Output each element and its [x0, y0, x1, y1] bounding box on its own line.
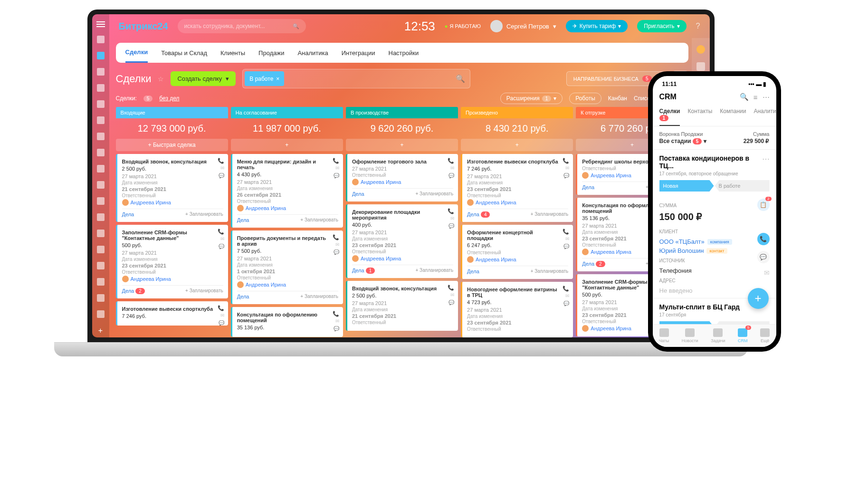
phone-tab[interactable]: Аналитика — [754, 104, 776, 126]
card-plan[interactable]: + Запланировать — [300, 217, 338, 223]
mail-icon[interactable]: ✉ — [565, 165, 569, 171]
card-plan[interactable]: + Запланировать — [531, 211, 569, 217]
sidebar-icon[interactable] — [97, 36, 105, 43]
card-dela[interactable]: Дела 1 — [352, 268, 375, 273]
phone-icon[interactable]: 📞 — [448, 208, 454, 214]
card-dela[interactable]: Дела — [582, 184, 594, 190]
chat-icon[interactable]: 💬 — [219, 244, 224, 249]
chat-icon[interactable]: 💬 — [334, 173, 339, 178]
phone-icon[interactable]: 📞 — [563, 158, 569, 164]
add-fab[interactable]: + — [748, 288, 769, 309]
card-plan[interactable]: + Запланировать — [185, 288, 223, 294]
card-plan[interactable]: + Запланировать — [416, 191, 454, 197]
card-person[interactable]: Андреева Ирина — [122, 199, 223, 206]
nav-tab-2[interactable]: Клиенты — [220, 44, 245, 62]
nav-tab-0[interactable]: Сделки — [125, 43, 148, 63]
column-header[interactable]: В производстве — [346, 107, 458, 118]
chat-icon[interactable]: 💬 — [219, 320, 224, 326]
nav-tab-5[interactable]: Интеграции — [342, 44, 375, 62]
card-dela[interactable]: Дела 4 — [467, 211, 490, 217]
mail-icon[interactable]: ✉ — [220, 236, 224, 241]
create-deal-button[interactable]: Создать сделку ▾ — [171, 71, 236, 86]
deal-card[interactable]: 📞 ✉ 💬 Консультация по оформлению помещен… — [231, 307, 343, 337]
card-person[interactable]: Андреева Ирина — [122, 276, 223, 282]
no-deals-link[interactable]: без дел — [159, 95, 179, 102]
chat-icon[interactable]: 💬 — [448, 300, 454, 305]
phone-nav-item[interactable]: Чаты — [659, 328, 669, 343]
extensions-button[interactable]: Расширения 1 ▾ — [500, 93, 563, 104]
sidebar-icon[interactable] — [97, 262, 105, 269]
mail-icon[interactable]: ✉ — [335, 242, 339, 247]
card-dela[interactable]: Дела — [352, 191, 364, 197]
quick-add-button[interactable]: + Быстрая сделка — [116, 139, 228, 151]
chat-icon[interactable]: 💬 — [448, 223, 454, 229]
phone-nav-item[interactable]: 5CRM — [738, 328, 748, 343]
sidebar-icon[interactable] — [97, 149, 105, 156]
mail-icon[interactable]: ✉ — [450, 216, 454, 221]
search-icon[interactable]: 🔍 — [453, 71, 468, 86]
sidebar-icon[interactable] — [97, 278, 105, 286]
card-person[interactable]: Андреева Ирина — [237, 205, 338, 211]
sidebar-icon[interactable] — [97, 165, 105, 173]
deal-card[interactable]: 📞 ✉ 💬 Изготовление вывески спортклуба7 2… — [461, 154, 573, 222]
phone-icon[interactable]: 📞 — [333, 311, 339, 317]
stage-work[interactable]: В работе — [715, 180, 770, 192]
sidebar-icon[interactable] — [97, 133, 105, 140]
phone-icon[interactable]: 📞 — [218, 305, 224, 311]
mail-icon[interactable]: ✉ — [335, 318, 339, 324]
mail-icon[interactable]: ✉ — [450, 292, 454, 297]
card-person[interactable]: Андреева Ирина — [467, 199, 568, 206]
sidebar-icon[interactable] — [97, 230, 105, 237]
more-icon[interactable]: ⋯ — [763, 93, 770, 101]
card-dela[interactable]: Дела — [237, 217, 249, 223]
robots-button[interactable]: Роботы — [569, 93, 601, 104]
phone-icon[interactable]: 📞 — [448, 285, 454, 291]
mail-icon[interactable]: ✉ — [220, 313, 224, 318]
column-header[interactable]: На согласование — [231, 107, 343, 118]
card-person[interactable]: Андреева Ирина — [352, 255, 453, 262]
deal-card[interactable]: 📞 ✉ 💬 Меню для пиццерии: дизайн и печать… — [231, 154, 343, 228]
deal-card[interactable]: 📞 ✉ 💬 Входящий звонок, консультация2 500… — [116, 154, 228, 222]
card-dela[interactable]: Дела — [467, 268, 479, 274]
card-plan[interactable]: + Запланировать — [416, 268, 454, 273]
user-menu[interactable]: Сергей Петров ▾ — [490, 20, 556, 32]
phone-icon[interactable]: 📞 — [448, 158, 454, 164]
phone-icon[interactable]: 📞 — [218, 158, 224, 164]
nav-tab-4[interactable]: Аналитика — [297, 44, 328, 62]
chat-icon[interactable]: 💬 — [334, 249, 339, 255]
close-icon[interactable]: × — [276, 76, 279, 82]
card-dela[interactable]: Дела 2 — [122, 288, 145, 294]
call-icon[interactable]: 📞 — [757, 233, 770, 245]
card-person[interactable]: Андреева Ирина — [237, 281, 338, 288]
phone-tab[interactable]: Компании — [720, 104, 746, 126]
deal-card[interactable]: 📞 ✉ 💬 Оформление концертной площадки6 24… — [461, 225, 573, 279]
sidebar-icon[interactable] — [97, 68, 105, 76]
search-icon[interactable] — [696, 62, 705, 71]
quick-add-button[interactable]: + — [231, 139, 343, 151]
plus-icon[interactable]: + — [97, 326, 105, 334]
sidebar-icon[interactable] — [97, 310, 105, 318]
phone-funnel-row[interactable]: Воронка Продажи Все стадии 5 ▾ Сумма 229… — [653, 126, 776, 149]
phone-icon[interactable]: 📞 — [563, 229, 569, 235]
deal-card[interactable]: 📞 ✉ 💬 Новогоднее оформление витрины в ТР… — [461, 282, 573, 337]
search-input[interactable]: искать сотрудника, документ... — [178, 19, 306, 33]
sidebar-icon[interactable] — [97, 197, 105, 205]
deal-card[interactable]: 📞 ✉ 💬 Декорирование площадки мероприятия… — [346, 204, 458, 278]
nav-tab-1[interactable]: Товары и Склад — [161, 44, 207, 62]
mail-icon[interactable]: ✉ — [450, 165, 454, 171]
card-dela[interactable]: Дела — [122, 211, 134, 217]
nav-tab-3[interactable]: Продажи — [258, 44, 284, 62]
phone-tab[interactable]: Сделки 1 — [659, 104, 680, 126]
card-plan[interactable]: + Запланировать — [531, 268, 569, 274]
phone-nav-item[interactable]: Новости — [682, 328, 698, 343]
card-person[interactable]: Андреева Ирина — [352, 179, 453, 185]
deal-card[interactable]: 📞 ✉ 💬 Заполнение CRM-формы "Контактные д… — [116, 225, 228, 298]
column-header[interactable]: Входящие — [116, 107, 228, 118]
sidebar-icon[interactable] — [97, 100, 105, 108]
chat-icon[interactable]: 💬 — [334, 326, 339, 331]
chat-icon[interactable]: 💬 — [757, 251, 770, 263]
phone-nav-item[interactable]: Задачи — [711, 328, 725, 343]
stage-new[interactable]: Новая — [659, 180, 714, 192]
filter-icon[interactable]: ≡ — [754, 93, 758, 101]
mail-icon[interactable]: ✉ — [565, 236, 569, 241]
